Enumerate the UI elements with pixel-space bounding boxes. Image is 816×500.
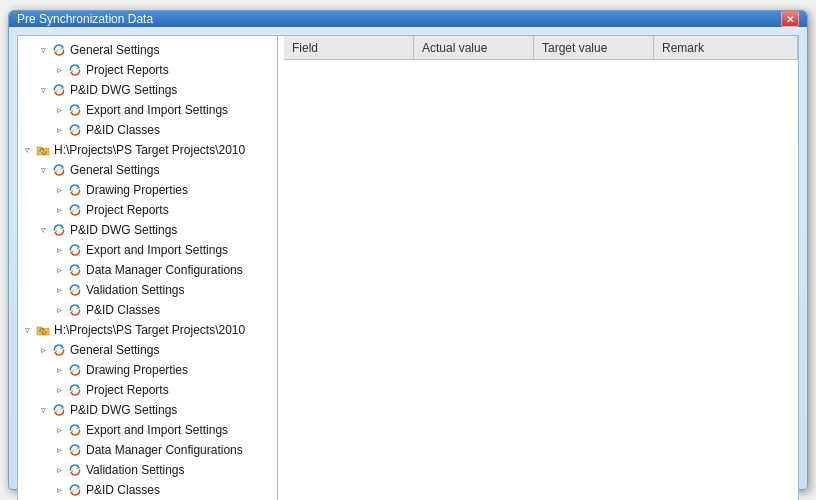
tree-expand-icon[interactable]: ▹	[36, 343, 50, 357]
tree-expand-icon[interactable]: ▿	[36, 403, 50, 417]
sync-icon	[67, 62, 83, 78]
tree-item[interactable]: ▹ Project Reports	[18, 200, 277, 220]
tree-item[interactable]: ▹ Project Reports	[18, 380, 277, 400]
tree-panel: ▿ General Settings▹ Project Reports▿ P&I…	[18, 36, 278, 500]
tree-expand-icon[interactable]: ▹	[52, 243, 66, 257]
sync-icon	[51, 222, 67, 238]
tree-item[interactable]: ▹ P&ID Classes	[18, 120, 277, 140]
tree-item[interactable]: ▿ H:\Projects\PS Target Projects\2010	[18, 140, 277, 160]
tree-item-label: P&ID DWG Settings	[70, 401, 177, 419]
sync-icon	[67, 462, 83, 478]
tree-expand-icon[interactable]: ▿	[36, 223, 50, 237]
tree-item[interactable]: ▹ Data Manager Configurations	[18, 260, 277, 280]
tree-item-label: Drawing Properties	[86, 361, 188, 379]
sync-icon	[51, 342, 67, 358]
tree-item-label: Project Reports	[86, 61, 169, 79]
tree-expand-icon[interactable]: ▹	[52, 363, 66, 377]
tree-item[interactable]: ▹ General Settings	[18, 340, 277, 360]
tree-expand-icon[interactable]: ▹	[52, 123, 66, 137]
table-body	[284, 60, 798, 500]
tree-item-label: P&ID DWG Settings	[70, 221, 177, 239]
tree-expand-icon[interactable]: ▹	[52, 63, 66, 77]
tree-expand-icon[interactable]: ▹	[52, 263, 66, 277]
title-text: Pre Synchronization Data	[17, 12, 153, 26]
tree-expand-icon[interactable]: ▹	[52, 183, 66, 197]
sync-icon	[67, 282, 83, 298]
sync-icon	[67, 482, 83, 498]
sync-icon	[67, 182, 83, 198]
tree-expand-icon[interactable]: ▹	[52, 303, 66, 317]
sync-icon	[67, 362, 83, 378]
tree-item[interactable]: ▿ General Settings	[18, 40, 277, 60]
tree-expand-icon[interactable]: ▹	[52, 383, 66, 397]
close-button[interactable]: ✕	[781, 11, 799, 27]
tree-item-label: Drawing Properties	[86, 181, 188, 199]
tree-item-label: Project Reports	[86, 381, 169, 399]
tree-expand-icon[interactable]: ▹	[52, 463, 66, 477]
tree-item[interactable]: ▹ Export and Import Settings	[18, 100, 277, 120]
sync-icon	[67, 262, 83, 278]
tree-item-label: General Settings	[70, 41, 159, 59]
tree-item-label: P&ID Classes	[86, 121, 160, 139]
col-header-actual: Actual value	[414, 36, 534, 59]
tree-item[interactable]: ▿ General Settings	[18, 160, 277, 180]
tree-item[interactable]: ▹ Drawing Properties	[18, 360, 277, 380]
col-header-field: Field	[284, 36, 414, 59]
dialog-window: Pre Synchronization Data ✕ ▿ General Set…	[8, 10, 808, 490]
sync-icon	[67, 302, 83, 318]
folder-sync-icon	[35, 322, 51, 338]
main-area: ▿ General Settings▹ Project Reports▿ P&I…	[17, 35, 799, 500]
col-header-target: Target value	[534, 36, 654, 59]
sync-icon	[67, 422, 83, 438]
sync-icon	[51, 42, 67, 58]
tree-item[interactable]: ▹ Validation Settings	[18, 460, 277, 480]
tree-item-label: General Settings	[70, 341, 159, 359]
tree-expand-icon[interactable]: ▿	[36, 83, 50, 97]
tree-item-label: Project Reports	[86, 201, 169, 219]
tree-expand-icon[interactable]: ▹	[52, 103, 66, 117]
dialog-content: ▿ General Settings▹ Project Reports▿ P&I…	[9, 27, 807, 500]
col-header-remark: Remark	[654, 36, 798, 59]
tree-expand-icon[interactable]: ▹	[52, 203, 66, 217]
table-header: Field Actual value Target value Remark	[284, 36, 798, 60]
tree-item-label: Validation Settings	[86, 281, 185, 299]
tree-expand-icon[interactable]: ▿	[20, 323, 34, 337]
tree-item[interactable]: ▹ Data Manager Configurations	[18, 440, 277, 460]
tree-item-label: Validation Settings	[86, 461, 185, 479]
tree-item-label: General Settings	[70, 161, 159, 179]
tree-item-label: Data Manager Configurations	[86, 261, 243, 279]
sync-icon	[67, 102, 83, 118]
tree-item[interactable]: ▿ P&ID DWG Settings	[18, 220, 277, 240]
sync-icon	[67, 122, 83, 138]
tree-scroll[interactable]: ▿ General Settings▹ Project Reports▿ P&I…	[18, 36, 277, 500]
tree-item[interactable]: ▹ P&ID Classes	[18, 300, 277, 320]
tree-item-label: P&ID Classes	[86, 301, 160, 319]
tree-expand-icon[interactable]: ▿	[36, 163, 50, 177]
tree-expand-icon[interactable]: ▹	[52, 443, 66, 457]
tree-item-label: H:\Projects\PS Target Projects\2010	[54, 141, 245, 159]
sync-icon	[51, 162, 67, 178]
tree-expand-icon[interactable]: ▿	[36, 43, 50, 57]
tree-expand-icon[interactable]: ▹	[52, 423, 66, 437]
tree-expand-icon[interactable]: ▹	[52, 283, 66, 297]
tree-item-label: P&ID Classes	[86, 481, 160, 499]
tree-expand-icon[interactable]: ▹	[52, 483, 66, 497]
sync-icon	[51, 402, 67, 418]
sync-icon	[67, 242, 83, 258]
tree-item[interactable]: ▹ Export and Import Settings	[18, 420, 277, 440]
tree-item-label: Export and Import Settings	[86, 421, 228, 439]
tree-item[interactable]: ▿ P&ID DWG Settings	[18, 80, 277, 100]
tree-item[interactable]: ▿ H:\Projects\PS Target Projects\2010	[18, 320, 277, 340]
tree-item-label: H:\Projects\PS Target Projects\2010	[54, 321, 245, 339]
tree-item-label: P&ID DWG Settings	[70, 81, 177, 99]
table-panel: Field Actual value Target value Remark	[284, 36, 798, 500]
tree-item[interactable]: ▹ Drawing Properties	[18, 180, 277, 200]
tree-item-label: Export and Import Settings	[86, 101, 228, 119]
tree-item[interactable]: ▹ Project Reports	[18, 60, 277, 80]
tree-item[interactable]: ▹ Export and Import Settings	[18, 240, 277, 260]
title-bar-controls: ✕	[781, 11, 799, 27]
tree-expand-icon[interactable]: ▿	[20, 143, 34, 157]
tree-item[interactable]: ▹ Validation Settings	[18, 280, 277, 300]
tree-item[interactable]: ▿ P&ID DWG Settings	[18, 400, 277, 420]
tree-item[interactable]: ▹ P&ID Classes	[18, 480, 277, 500]
